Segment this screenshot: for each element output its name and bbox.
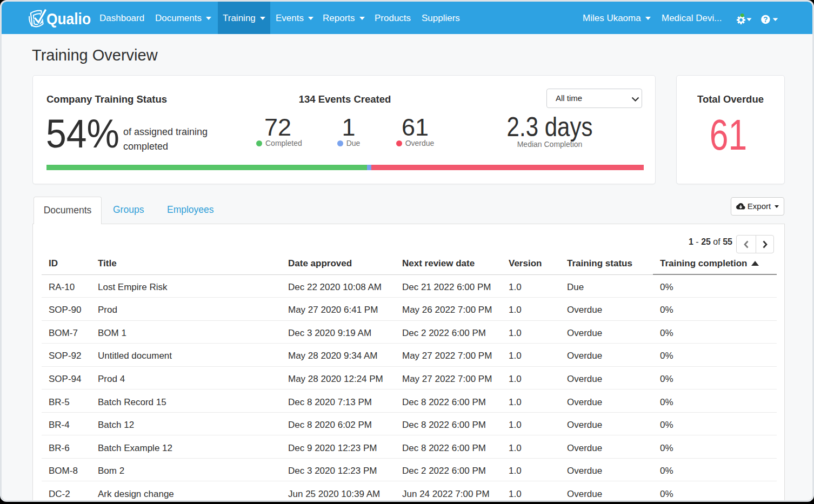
svg-text:?: ? (763, 15, 768, 24)
svg-text:Qualio: Qualio (46, 10, 91, 28)
